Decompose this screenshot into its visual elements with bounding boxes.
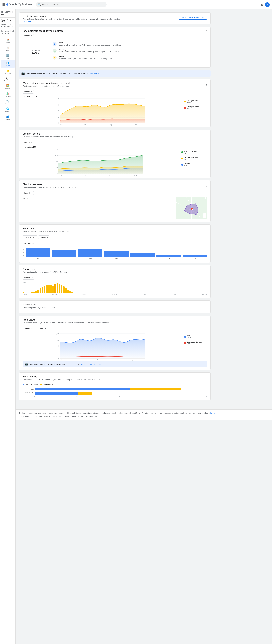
view-period-select[interactable]: 1 month ▼: [23, 90, 34, 94]
pop-bar-17: [59, 284, 60, 293]
posts-icon: 📋: [6, 46, 9, 49]
footer-link-help[interactable]: Help: [65, 416, 69, 418]
map-zoom-in-icon[interactable]: +: [203, 213, 206, 216]
footer-link-privacy[interactable]: Privacy Policy: [39, 416, 50, 418]
svg-text:Jul 18: Jul 18: [58, 175, 62, 176]
qty-bar-you-customer: [35, 388, 130, 390]
photos-icon: 🖼️: [6, 84, 9, 88]
business-address: 123 Farmington Avenue Suite F2 Bristol, …: [1, 24, 14, 34]
directions-requests-card: Directions requests The areas where cust…: [19, 180, 210, 222]
photo-views-filter1[interactable]: All photos ▼: [23, 327, 35, 330]
search-period-select[interactable]: 1 month ▼: [23, 34, 34, 38]
bar-wed: [78, 249, 102, 258]
legend-you: You 12.8K: [184, 335, 207, 339]
bar-sat: [156, 255, 181, 258]
svg-text:600: 600: [57, 340, 59, 341]
sidebar-item-services[interactable]: 🔧 Services: [1, 98, 15, 106]
footer-learn-more[interactable]: Learn more: [210, 412, 219, 414]
post-photos-link[interactable]: Post photos: [89, 72, 99, 74]
sidebar-item-posts[interactable]: 📋 Posts: [1, 45, 15, 52]
directions-section-header: Directions requests The areas where cust…: [23, 183, 207, 190]
popular-card-subtitle: Your most popular time is around 4:00 PM…: [23, 271, 67, 273]
sidebar-item-reviews[interactable]: ⭐ Reviews: [1, 68, 15, 75]
phone-y-labels: 60 40 20 0: [23, 248, 25, 260]
phone-help-icon[interactable]: ?: [206, 230, 207, 232]
reviews-icon: ⭐: [6, 69, 9, 72]
top-nav: ☰ G Google My Business 🔍 ⊞ S: [0, 0, 272, 9]
sidebar-item-insights[interactable]: 📊 Insights: [1, 60, 15, 68]
top-right-actions: ⊞ S: [261, 2, 270, 7]
svg-text:Jul 25: Jul 25: [82, 175, 86, 176]
sidebar-item-products[interactable]: 🛍️ Products: [1, 91, 15, 98]
svg-point-3: [54, 50, 55, 52]
branded-icon: [53, 56, 57, 60]
view-section-header: Where customers view your business on Go…: [23, 82, 207, 89]
search-help-icon[interactable]: ?: [206, 30, 207, 32]
zip-row: 06010 14: [23, 196, 174, 200]
svg-text:15: 15: [56, 161, 58, 162]
phone-bar-chart: 60 40 20 0 Mon Tue Wed: [23, 246, 207, 260]
popular-section-header: Popular times Your most popular time is …: [23, 268, 207, 275]
qty-bar-biz-row: Businesses like you: [23, 392, 207, 395]
phone-bar-thu: Thu: [104, 251, 128, 260]
phone-card-subtitle: When and how many times customers call y…: [23, 230, 69, 232]
map-expand-icon[interactable]: ⤢: [205, 197, 206, 199]
pop-bar-13: [50, 285, 52, 293]
sidebar-item-home[interactable]: 🏠 Home: [1, 37, 15, 45]
footer-link-terms[interactable]: Terms: [32, 416, 37, 418]
chevron-down-icon: ▼: [31, 35, 33, 36]
footer-link-iphone[interactable]: Get iPhone app: [86, 416, 97, 418]
phone-day-select[interactable]: Day of week ▼: [23, 236, 37, 239]
phone-section-header: Phone calls When and how many times cust…: [23, 227, 207, 234]
avatar[interactable]: S: [265, 2, 270, 7]
photo-qty-help-icon[interactable]: ?: [206, 378, 207, 380]
search-card-title: How customers search for your business: [23, 30, 64, 32]
sidebar-item-website[interactable]: 🌐 Website: [1, 106, 15, 114]
org-section: ORGANIZATION ⋮ ###: [0, 9, 16, 18]
directions-help-icon[interactable]: ?: [206, 186, 207, 188]
pop-bar-6: [35, 291, 37, 293]
search-input[interactable]: [42, 4, 104, 6]
pop-bar-15: [54, 284, 56, 293]
post-more-link[interactable]: Post more to stay ahead: [81, 363, 101, 365]
customer-photos-dot: [23, 384, 24, 385]
view-help-icon[interactable]: ?: [206, 84, 207, 87]
actions-chart-with-legend: Jul 18 Jul 25 Aug 1 Aug 6 30 22.5 15 7.5…: [23, 149, 207, 175]
svg-text:400: 400: [57, 104, 59, 106]
customer-actions-card: Customer actions The most common actions…: [19, 130, 210, 178]
org-menu-icon[interactable]: ⋮: [13, 11, 15, 14]
listing-search-dot: [184, 101, 186, 102]
photo-views-subtitle: The number of times your business photos…: [23, 322, 109, 324]
photo-quantity-card: Photo quantity The number of photos that…: [19, 372, 210, 400]
photo-views-help-icon[interactable]: ?: [206, 321, 207, 324]
sidebar-item-users[interactable]: 👥 Users: [1, 114, 15, 121]
legend-customer-photos: Customer photos: [23, 384, 38, 386]
popular-peak-label: peak: [23, 281, 207, 283]
google-g-logo: G: [6, 3, 8, 6]
insights-banner-learn-more[interactable]: Learn more: [23, 20, 32, 22]
sidebar-item-messages[interactable]: 💬 Messages: [1, 76, 15, 83]
directions-period-select[interactable]: 1 month ▼: [23, 191, 34, 195]
svg-text:7.5: 7.5: [56, 167, 58, 169]
footer-link-android[interactable]: Get Android app: [71, 416, 83, 418]
popular-day-select[interactable]: Tuesday ▼: [23, 276, 34, 280]
hamburger-icon[interactable]: ☰: [2, 3, 5, 6]
see-profile-btn[interactable]: See new profile performance: [179, 15, 207, 20]
phone-month-select[interactable]: 1 month ▼: [38, 236, 50, 239]
sidebar-item-info[interactable]: ℹ️ Info: [1, 53, 15, 60]
photo-views-filter2[interactable]: 1 month ▼: [36, 327, 48, 330]
map-zoom-out-icon[interactable]: −: [203, 216, 206, 218]
bar-sun: [183, 255, 207, 258]
footer-link-content[interactable]: Content Policy: [52, 416, 63, 418]
actions-period-select[interactable]: 1 month ▼: [23, 141, 34, 144]
pop-bar-14: [52, 286, 54, 293]
legend-listing-search: Listing on Search 2.47K: [184, 100, 207, 104]
apps-grid-icon[interactable]: ⊞: [261, 3, 263, 6]
pop-bar-23: [71, 292, 73, 293]
org-label: ORGANIZATION: [1, 11, 13, 13]
sidebar-label-insights: Insights: [5, 65, 11, 66]
actions-help-icon[interactable]: ?: [206, 135, 207, 137]
sidebar-item-photos[interactable]: 🖼️ Photos: [1, 83, 15, 90]
sidebar-nav: 🏠 Home 📋 Posts ℹ️ Info 📊 Insights ⭐ Revi…: [0, 36, 16, 121]
photo-qty-subtitle: The number of photos that appear on your…: [23, 378, 101, 380]
